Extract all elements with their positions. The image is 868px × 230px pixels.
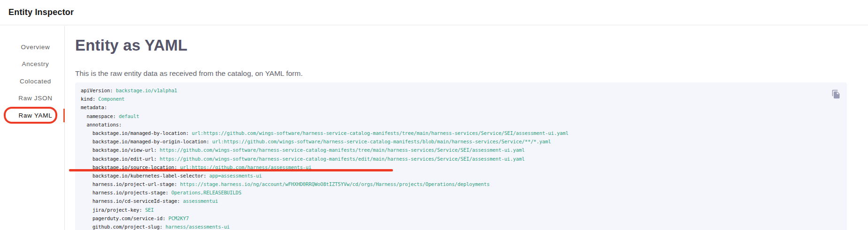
yaml-line: harness.io/cd-serviceId-stage: assessmen…: [81, 197, 841, 205]
tab-label: Overview: [21, 44, 50, 51]
dialog-titlebar: Entity Inspector: [0, 0, 868, 25]
yaml-line: harness.io/project-url-stage: https://st…: [81, 180, 841, 188]
yaml-line: backstage.io/edit-url: https://github.co…: [81, 155, 841, 163]
tab-label: Colocated: [20, 78, 51, 85]
main-content: Entity as YAML This is the raw entity da…: [65, 26, 868, 230]
tab-label: Raw JSON: [18, 95, 52, 102]
yaml-line: backstage.io/view-url: https://github.co…: [81, 146, 841, 154]
tab-raw-json[interactable]: Raw JSON: [0, 90, 64, 107]
yaml-line: github.com/project-slug: harness/assessm…: [81, 223, 841, 230]
dialog-title: Entity Inspector: [8, 7, 74, 17]
yaml-line: backstage.io/source-location: url:https:…: [81, 163, 841, 171]
dialog-body: OverviewAncestryColocatedRaw JSONRaw YAM…: [0, 26, 868, 230]
tab-raw-yaml[interactable]: Raw YAML: [0, 107, 64, 124]
tab-label: Ancestry: [22, 60, 49, 67]
yaml-line: namespace: default: [81, 112, 841, 120]
yaml-line: backstage.io/managed-by-location: url:ht…: [81, 129, 841, 137]
yaml-line: backstage.io/kubernetes-label-selector: …: [81, 171, 841, 180]
yaml-line: metadata:: [81, 103, 841, 111]
yaml-line: pagerduty.com/service-id: PCM2KY7: [81, 214, 841, 223]
yaml-line: apiVersion: backstage.io/v1alpha1: [81, 86, 841, 95]
tab-label: Raw YAML: [19, 112, 53, 119]
yaml-line: annotations:: [81, 120, 841, 129]
tab-overview[interactable]: Overview: [0, 38, 64, 56]
copy-button[interactable]: [831, 89, 841, 100]
page-subtitle: This is the raw entity data as received …: [75, 69, 847, 78]
yaml-content: apiVersion: backstage.io/v1alpha1kind: C…: [81, 86, 841, 230]
yaml-line: kind: Component: [81, 95, 841, 103]
tab-colocated[interactable]: Colocated: [0, 73, 64, 90]
page-title: Entity as YAML: [75, 36, 847, 55]
yaml-line: jira/project-key: SEI: [81, 206, 841, 214]
yaml-code-block: apiVersion: backstage.io/v1alpha1kind: C…: [75, 82, 847, 230]
inspector-tab-list: OverviewAncestryColocatedRaw JSONRaw YAM…: [0, 26, 65, 230]
file-copy-icon: [831, 89, 841, 99]
tab-ancestry[interactable]: Ancestry: [0, 56, 64, 73]
yaml-line: backstage.io/managed-by-origin-location:…: [81, 137, 841, 146]
yaml-line: harness.io/projects-stage: Operations,RE…: [81, 188, 841, 197]
